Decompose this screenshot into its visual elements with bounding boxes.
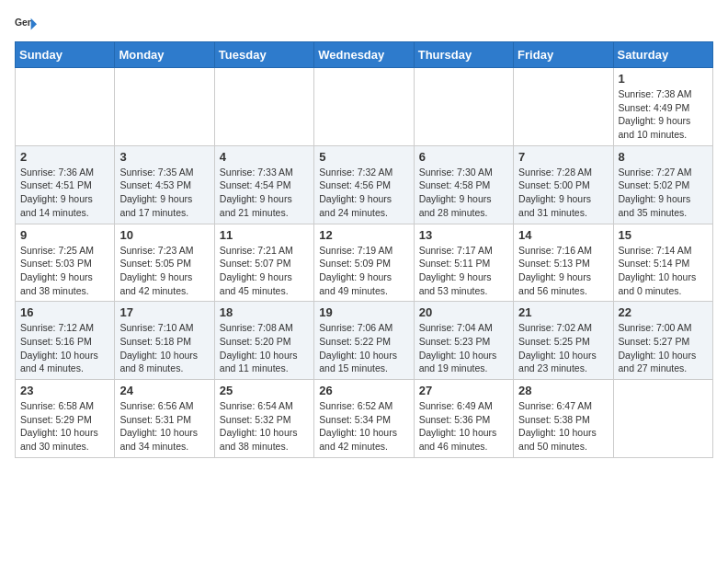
day-number: 21 xyxy=(518,305,608,319)
calendar-cell: 4Sunrise: 7:33 AM Sunset: 4:54 PM Daylig… xyxy=(214,145,313,224)
day-info: Sunrise: 6:54 AM Sunset: 5:32 PM Dayligh… xyxy=(220,399,309,454)
day-info: Sunrise: 7:23 AM Sunset: 5:05 PM Dayligh… xyxy=(119,244,209,298)
day-info: Sunrise: 7:10 AM Sunset: 5:18 PM Dayligh… xyxy=(119,321,209,375)
day-info: Sunrise: 6:49 AM Sunset: 5:36 PM Dayligh… xyxy=(419,399,508,454)
calendar-cell: 26Sunrise: 6:52 AM Sunset: 5:34 PM Dayli… xyxy=(314,380,414,458)
day-number: 20 xyxy=(419,305,508,319)
calendar-cell: 17Sunrise: 7:10 AM Sunset: 5:18 PM Dayli… xyxy=(115,302,214,380)
day-number: 7 xyxy=(518,150,608,164)
day-number: 4 xyxy=(220,150,309,164)
day-info: Sunrise: 7:25 AM Sunset: 5:03 PM Dayligh… xyxy=(20,244,109,298)
day-number: 13 xyxy=(419,228,508,242)
day-number: 3 xyxy=(119,150,209,164)
day-info: Sunrise: 7:28 AM Sunset: 5:00 PM Dayligh… xyxy=(518,166,608,220)
calendar-cell xyxy=(214,68,313,146)
calendar-cell: 14Sunrise: 7:16 AM Sunset: 5:13 PM Dayli… xyxy=(514,224,613,302)
calendar-cell: 15Sunrise: 7:14 AM Sunset: 5:14 PM Dayli… xyxy=(613,224,712,302)
weekday-header: Wednesday xyxy=(314,42,414,68)
day-number: 15 xyxy=(619,228,708,242)
logo-icon: Gen xyxy=(15,17,37,33)
day-info: Sunrise: 7:08 AM Sunset: 5:20 PM Dayligh… xyxy=(220,321,309,375)
calendar-cell: 7Sunrise: 7:28 AM Sunset: 5:00 PM Daylig… xyxy=(514,145,613,224)
calendar-cell xyxy=(613,380,712,458)
calendar-cell xyxy=(16,68,115,146)
day-number: 18 xyxy=(220,305,309,319)
day-info: Sunrise: 6:52 AM Sunset: 5:34 PM Dayligh… xyxy=(319,399,408,454)
calendar-cell: 21Sunrise: 7:02 AM Sunset: 5:25 PM Dayli… xyxy=(514,302,613,380)
weekday-header: Friday xyxy=(514,42,613,68)
calendar-cell: 19Sunrise: 7:06 AM Sunset: 5:22 PM Dayli… xyxy=(314,302,414,380)
day-number: 24 xyxy=(119,384,209,397)
weekday-header: Monday xyxy=(115,42,214,68)
day-info: Sunrise: 7:21 AM Sunset: 5:07 PM Dayligh… xyxy=(220,244,309,298)
svg-text:Gen: Gen xyxy=(15,17,33,27)
calendar-cell: 16Sunrise: 7:12 AM Sunset: 5:16 PM Dayli… xyxy=(16,302,115,380)
calendar: SundayMondayTuesdayWednesdayThursdayFrid… xyxy=(15,41,713,458)
calendar-week-row: 9Sunrise: 7:25 AM Sunset: 5:03 PM Daylig… xyxy=(16,224,713,302)
calendar-week-row: 2Sunrise: 7:36 AM Sunset: 4:51 PM Daylig… xyxy=(16,145,713,224)
calendar-cell: 13Sunrise: 7:17 AM Sunset: 5:11 PM Dayli… xyxy=(414,224,513,302)
day-number: 27 xyxy=(419,384,508,397)
day-info: Sunrise: 7:12 AM Sunset: 5:16 PM Dayligh… xyxy=(20,321,109,375)
weekday-header: Thursday xyxy=(414,42,513,68)
calendar-cell: 10Sunrise: 7:23 AM Sunset: 5:05 PM Dayli… xyxy=(115,224,214,302)
day-info: Sunrise: 6:47 AM Sunset: 5:38 PM Dayligh… xyxy=(518,399,608,454)
day-number: 11 xyxy=(220,228,309,242)
day-info: Sunrise: 6:56 AM Sunset: 5:31 PM Dayligh… xyxy=(119,399,209,454)
day-number: 10 xyxy=(119,228,209,242)
day-info: Sunrise: 7:16 AM Sunset: 5:13 PM Dayligh… xyxy=(518,244,608,298)
day-info: Sunrise: 7:35 AM Sunset: 4:53 PM Dayligh… xyxy=(119,166,209,220)
day-number: 1 xyxy=(619,72,708,86)
calendar-week-row: 16Sunrise: 7:12 AM Sunset: 5:16 PM Dayli… xyxy=(16,302,713,380)
day-number: 28 xyxy=(518,384,608,397)
day-number: 9 xyxy=(20,228,109,242)
calendar-week-row: 23Sunrise: 6:58 AM Sunset: 5:29 PM Dayli… xyxy=(16,380,713,458)
day-info: Sunrise: 7:14 AM Sunset: 5:14 PM Dayligh… xyxy=(619,244,708,298)
calendar-cell xyxy=(115,68,214,146)
calendar-cell: 25Sunrise: 6:54 AM Sunset: 5:32 PM Dayli… xyxy=(214,380,313,458)
day-info: Sunrise: 7:04 AM Sunset: 5:23 PM Dayligh… xyxy=(419,321,508,375)
weekday-header: Saturday xyxy=(613,42,712,68)
day-number: 2 xyxy=(20,150,109,164)
day-info: Sunrise: 7:19 AM Sunset: 5:09 PM Dayligh… xyxy=(319,244,408,298)
calendar-cell: 11Sunrise: 7:21 AM Sunset: 5:07 PM Dayli… xyxy=(214,224,313,302)
calendar-cell: 3Sunrise: 7:35 AM Sunset: 4:53 PM Daylig… xyxy=(115,145,214,224)
calendar-cell: 27Sunrise: 6:49 AM Sunset: 5:36 PM Dayli… xyxy=(414,380,513,458)
day-info: Sunrise: 7:32 AM Sunset: 4:56 PM Dayligh… xyxy=(319,166,408,220)
calendar-cell: 6Sunrise: 7:30 AM Sunset: 4:58 PM Daylig… xyxy=(414,145,513,224)
day-number: 26 xyxy=(319,384,408,397)
day-info: Sunrise: 7:02 AM Sunset: 5:25 PM Dayligh… xyxy=(518,321,608,375)
day-number: 5 xyxy=(319,150,408,164)
calendar-cell xyxy=(314,68,414,146)
calendar-cell: 12Sunrise: 7:19 AM Sunset: 5:09 PM Dayli… xyxy=(314,224,414,302)
day-number: 17 xyxy=(119,305,209,319)
day-number: 19 xyxy=(319,305,408,319)
day-number: 14 xyxy=(518,228,608,242)
calendar-cell xyxy=(414,68,513,146)
day-number: 16 xyxy=(20,305,109,319)
day-info: Sunrise: 7:06 AM Sunset: 5:22 PM Dayligh… xyxy=(319,321,408,375)
calendar-cell: 28Sunrise: 6:47 AM Sunset: 5:38 PM Dayli… xyxy=(514,380,613,458)
calendar-cell: 2Sunrise: 7:36 AM Sunset: 4:51 PM Daylig… xyxy=(16,145,115,224)
day-info: Sunrise: 7:30 AM Sunset: 4:58 PM Dayligh… xyxy=(419,166,508,220)
weekday-header-row: SundayMondayTuesdayWednesdayThursdayFrid… xyxy=(16,42,713,68)
calendar-cell: 24Sunrise: 6:56 AM Sunset: 5:31 PM Dayli… xyxy=(115,380,214,458)
calendar-cell: 9Sunrise: 7:25 AM Sunset: 5:03 PM Daylig… xyxy=(16,224,115,302)
day-info: Sunrise: 7:36 AM Sunset: 4:51 PM Dayligh… xyxy=(20,166,109,220)
day-info: Sunrise: 6:58 AM Sunset: 5:29 PM Dayligh… xyxy=(20,399,109,454)
calendar-cell: 18Sunrise: 7:08 AM Sunset: 5:20 PM Dayli… xyxy=(214,302,313,380)
weekday-header: Tuesday xyxy=(214,42,313,68)
day-number: 8 xyxy=(619,150,708,164)
day-number: 22 xyxy=(619,305,708,319)
calendar-cell: 23Sunrise: 6:58 AM Sunset: 5:29 PM Dayli… xyxy=(16,380,115,458)
calendar-week-row: 1Sunrise: 7:38 AM Sunset: 4:49 PM Daylig… xyxy=(16,68,713,146)
day-info: Sunrise: 7:27 AM Sunset: 5:02 PM Dayligh… xyxy=(619,166,708,220)
calendar-cell: 22Sunrise: 7:00 AM Sunset: 5:27 PM Dayli… xyxy=(613,302,712,380)
day-number: 6 xyxy=(419,150,508,164)
day-info: Sunrise: 7:38 AM Sunset: 4:49 PM Dayligh… xyxy=(619,87,708,142)
calendar-cell: 1Sunrise: 7:38 AM Sunset: 4:49 PM Daylig… xyxy=(613,68,712,146)
day-info: Sunrise: 7:00 AM Sunset: 5:27 PM Dayligh… xyxy=(619,321,708,375)
header: Gen xyxy=(15,15,713,34)
day-info: Sunrise: 7:17 AM Sunset: 5:11 PM Dayligh… xyxy=(419,244,508,298)
calendar-cell: 5Sunrise: 7:32 AM Sunset: 4:56 PM Daylig… xyxy=(314,145,414,224)
